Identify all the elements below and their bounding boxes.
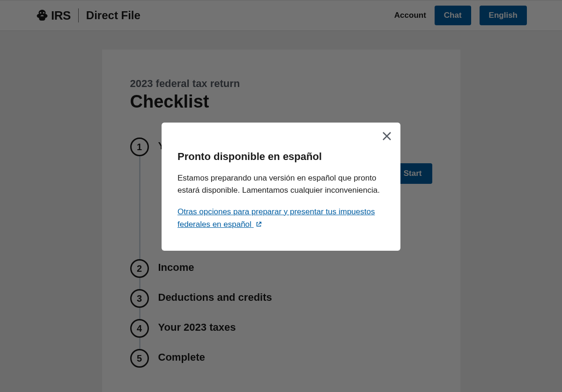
close-button[interactable] [380, 129, 394, 143]
modal-title: Pronto disponible en español [177, 151, 385, 163]
modal-overlay[interactable]: Pronto disponible en español Estamos pre… [0, 0, 562, 392]
modal-link[interactable]: Otras opciones para preparar y presentar… [177, 207, 375, 229]
external-link-icon [256, 218, 262, 231]
modal-link-text: Otras opciones para preparar y presentar… [177, 207, 375, 229]
modal-body: Estamos preparando una versión en españo… [177, 172, 385, 197]
modal: Pronto disponible en español Estamos pre… [162, 123, 400, 251]
close-icon [381, 131, 392, 142]
